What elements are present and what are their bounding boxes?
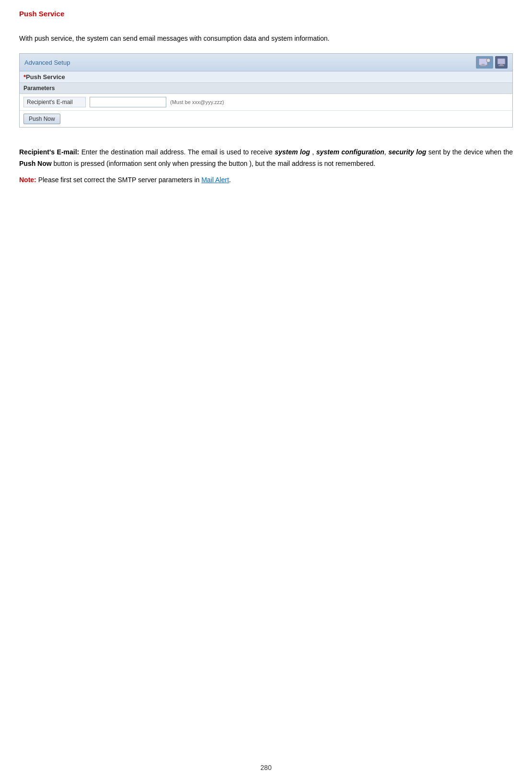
section-title-text: Push Service — [26, 73, 65, 81]
system-config-text: system configuration — [316, 148, 384, 156]
security-log-text: security log — [388, 148, 426, 156]
sep1: , — [310, 148, 316, 156]
panel-header-icons — [476, 56, 508, 69]
panel-header-title: Advanced Setup — [24, 59, 70, 66]
note-paragraph: Note: Please first set correct the SMTP … — [19, 175, 513, 186]
mail-alert-link[interactable]: Mail Alert — [201, 176, 229, 184]
email-form-label: Recipient's E-mail — [23, 97, 86, 107]
panel-icon-small — [495, 56, 508, 69]
panel: Advanced Setup *Push S — [19, 53, 513, 128]
intro-text: With push service, the system can send e… — [19, 33, 513, 44]
sep2: , — [384, 148, 388, 156]
description-paragraph: Recipient's E-mail: Enter the destinatio… — [19, 147, 513, 170]
section-title-bar: *Push Service — [20, 71, 512, 83]
description-text2: sent by the device when the — [426, 148, 513, 156]
description-text3: button is pressed (information sent only… — [52, 160, 375, 167]
parameters-row: Parameters — [20, 83, 512, 94]
svg-rect-4 — [497, 58, 505, 64]
note-text: Please first set correct the SMTP server… — [36, 176, 201, 184]
push-now-ref: Push Now — [19, 160, 52, 167]
note-label: Note: — [19, 176, 36, 184]
description-text1: Enter the destination mail address. The … — [79, 148, 275, 156]
email-form-row: Recipient's E-mail (Must be xxx@yyy.zzz) — [20, 94, 512, 111]
svg-rect-2 — [482, 64, 485, 65]
system-log-text: system log — [275, 148, 310, 156]
svg-rect-5 — [500, 64, 503, 65]
page-number: 280 — [260, 764, 271, 771]
recipient-label: Recipient's E-mail: — [19, 148, 79, 156]
button-row: Push Now — [20, 111, 512, 127]
svg-point-1 — [486, 58, 490, 62]
email-input[interactable] — [90, 97, 166, 107]
svg-rect-3 — [480, 65, 486, 66]
panel-icon-large — [476, 56, 493, 69]
email-hint: (Must be xxx@yyy.zzz) — [170, 99, 224, 105]
svg-rect-6 — [498, 65, 504, 66]
parameters-label: Parameters — [23, 85, 55, 92]
panel-header: Advanced Setup — [20, 54, 512, 71]
note-end: . — [229, 176, 231, 184]
panel-body: *Push Service Parameters Recipient's E-m… — [20, 71, 512, 127]
push-now-button[interactable]: Push Now — [23, 114, 60, 124]
page-title: Push Service — [19, 10, 513, 18]
